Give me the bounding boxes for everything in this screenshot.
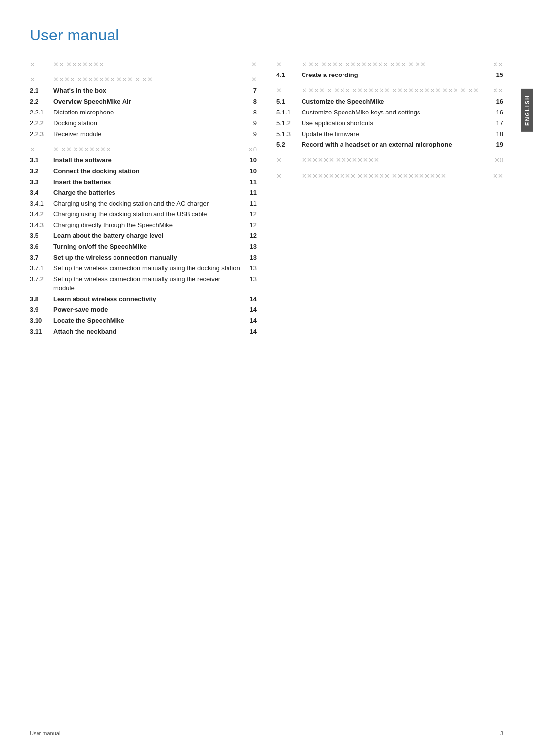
- toc-page: 8: [243, 107, 257, 118]
- toc-label: Set up the wireless connection manually: [53, 252, 243, 263]
- toc-page: 13: [243, 242, 257, 253]
- toc-label: ✕ ✕✕✕ ✕ ✕✕✕ ✕✕✕✕✕✕✕ ✕✕✕✕✕✕✕✕✕ ✕✕✕ ✕ ✕✕: [302, 86, 489, 97]
- toc-page: 13: [243, 252, 257, 263]
- toc-page: ✕0: [489, 155, 503, 166]
- toc-page: 19: [489, 140, 503, 151]
- toc-label: Insert the batteries: [53, 177, 243, 188]
- toc-columns: ✕✕✕ ✕✕✕✕✕✕✕✕✕✕✕✕✕ ✕✕✕✕✕✕✕ ✕✕✕ ✕ ✕✕✕2.1Wh…: [30, 59, 503, 337]
- toc-number: 5.1.2: [276, 118, 302, 129]
- toc-label: What's in the box: [53, 86, 243, 97]
- toc-page: 16: [489, 107, 503, 118]
- page-title: User manual: [30, 26, 503, 44]
- toc-label: ✕ ✕✕ ✕✕✕✕ ✕✕✕✕✕✕✕✕ ✕✕✕ ✕ ✕✕: [302, 59, 489, 70]
- toc-label: Update the firmware: [302, 129, 489, 140]
- toc-page: ✕0: [243, 145, 257, 155]
- toc-page: 14: [243, 305, 257, 316]
- toc-number: 3.9: [30, 305, 53, 316]
- toc-label: Create a recording: [302, 70, 489, 81]
- toc-number: ✕: [30, 59, 53, 70]
- toc-page: ✕✕: [489, 86, 503, 97]
- footer-left: User manual: [30, 730, 60, 736]
- toc-spacer: [30, 70, 257, 75]
- toc-label: Locate the SpeechMike: [53, 315, 243, 326]
- toc-row: 3.5Learn about the battery charge level1…: [30, 231, 257, 242]
- toc-label: Customize the SpeechMike: [302, 97, 489, 108]
- toc-label: ✕✕✕✕✕✕ ✕✕✕✕✕✕✕✕: [302, 155, 489, 166]
- toc-page: ✕✕: [489, 59, 503, 70]
- toc-row: 3.7.2Set up the wireless connection manu…: [30, 274, 257, 294]
- toc-row: 3.10Locate the SpeechMike14: [30, 315, 257, 326]
- toc-row: 2.2.3Receiver module9: [30, 129, 257, 140]
- toc-right-table: ✕✕ ✕✕ ✕✕✕✕ ✕✕✕✕✕✕✕✕ ✕✕✕ ✕ ✕✕✕✕4.1Create …: [276, 59, 503, 182]
- toc-page: 14: [243, 315, 257, 326]
- toc-number: ✕: [276, 86, 302, 97]
- toc-label: Install the software: [53, 155, 243, 166]
- toc-row: 5.1.3Update the firmware18: [276, 129, 503, 140]
- toc-number: 3.4.3: [30, 220, 53, 231]
- toc-number: 2.2: [30, 97, 53, 108]
- toc-row: 2.1What's in the box7: [30, 86, 257, 97]
- toc-row: ✕✕✕ ✕✕✕✕✕✕✕✕: [30, 59, 257, 70]
- toc-row: 5.1.2Use application shortcuts17: [276, 118, 503, 129]
- toc-number: 5.1.1: [276, 107, 302, 118]
- top-rule: [30, 20, 257, 20]
- toc-row: 5.2Record with a headset or an external …: [276, 140, 503, 151]
- toc-label: Attach the neckband: [53, 326, 243, 337]
- toc-number: 3.1: [30, 155, 53, 166]
- toc-page: 9: [243, 129, 257, 140]
- toc-page: 11: [243, 177, 257, 188]
- toc-row: 3.3Insert the batteries11: [30, 177, 257, 188]
- toc-number: 3.2: [30, 166, 53, 177]
- toc-page: ✕: [243, 75, 257, 86]
- toc-label: Record with a headset or an external mic…: [302, 140, 489, 151]
- toc-page: 10: [243, 155, 257, 166]
- toc-page: ✕✕: [489, 171, 503, 182]
- toc-page: 8: [243, 97, 257, 108]
- toc-row: 3.4.3Charging directly through the Speec…: [30, 220, 257, 231]
- toc-row: ✕✕✕✕✕✕✕ ✕✕✕✕✕✕✕✕✕0: [276, 155, 503, 166]
- toc-row: ✕✕✕✕✕ ✕✕✕✕✕✕✕ ✕✕✕ ✕ ✕✕✕: [30, 75, 257, 86]
- toc-label: Learn about the battery charge level: [53, 231, 243, 242]
- toc-page: 12: [243, 220, 257, 231]
- toc-number: ✕: [30, 145, 53, 155]
- toc-number: 3.7.2: [30, 274, 53, 294]
- toc-number: 2.1: [30, 86, 53, 97]
- toc-page: 11: [243, 198, 257, 209]
- toc-page: 12: [243, 209, 257, 220]
- toc-number: 3.7: [30, 252, 53, 263]
- toc-row: 3.2Connect the docking station10: [30, 166, 257, 177]
- toc-label: Charging using the docking station and t…: [53, 198, 243, 209]
- toc-label: Receiver module: [53, 129, 243, 140]
- toc-number: 4.1: [276, 70, 302, 81]
- toc-row: ✕✕ ✕✕ ✕✕✕✕✕✕✕✕0: [30, 145, 257, 155]
- toc-label: Turning on/off the SpeechMike: [53, 242, 243, 253]
- toc-number: 3.7.1: [30, 263, 53, 274]
- footer-right: 3: [500, 730, 503, 736]
- toc-row: 3.6Turning on/off the SpeechMike13: [30, 242, 257, 253]
- toc-page: 16: [489, 97, 503, 108]
- toc-left-column: ✕✕✕ ✕✕✕✕✕✕✕✕✕✕✕✕✕ ✕✕✕✕✕✕✕ ✕✕✕ ✕ ✕✕✕2.1Wh…: [30, 59, 257, 337]
- toc-label: Charging using the docking station and t…: [53, 209, 243, 220]
- toc-label: Power-save mode: [53, 305, 243, 316]
- toc-label: Dictation microphone: [53, 107, 243, 118]
- toc-number: 3.4.2: [30, 209, 53, 220]
- toc-page: 14: [243, 294, 257, 305]
- toc-page: 13: [243, 263, 257, 274]
- toc-label: ✕✕✕✕ ✕✕✕✕✕✕✕ ✕✕✕ ✕ ✕✕: [53, 75, 243, 86]
- toc-row: 3.11Attach the neckband14: [30, 326, 257, 337]
- toc-label: Learn about wireless connectivity: [53, 294, 243, 305]
- toc-number: 2.2.1: [30, 107, 53, 118]
- toc-number: ✕: [276, 155, 302, 166]
- toc-number: 3.11: [30, 326, 53, 337]
- toc-number: 3.4.1: [30, 198, 53, 209]
- toc-row: ✕✕✕✕✕✕✕✕✕✕✕ ✕✕✕✕✕✕ ✕✕✕✕✕✕✕✕✕✕✕✕: [276, 171, 503, 182]
- toc-row: 3.9Power-save mode14: [30, 305, 257, 316]
- toc-row: 3.4Charge the batteries11: [30, 188, 257, 198]
- toc-page: 10: [243, 166, 257, 177]
- toc-spacer: [30, 140, 257, 145]
- toc-spacer: [276, 151, 503, 155]
- toc-number: 3.3: [30, 177, 53, 188]
- toc-number: 5.1.3: [276, 129, 302, 140]
- toc-page: 15: [489, 70, 503, 81]
- toc-row: 5.1Customize the SpeechMike16: [276, 97, 503, 108]
